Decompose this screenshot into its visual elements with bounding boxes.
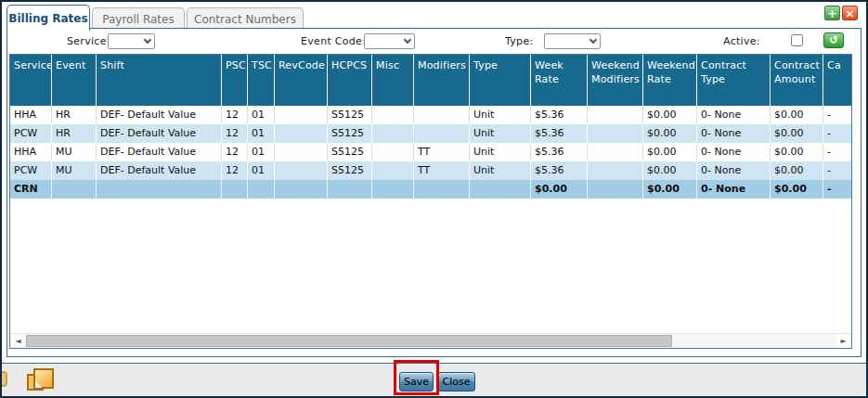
- table-cell: [372, 180, 414, 199]
- column-header: Type: [470, 55, 531, 106]
- table-cell: [588, 143, 643, 161]
- table-cell: $5.36: [531, 161, 588, 180]
- table-cell: -: [823, 143, 852, 161]
- table-cell: $0.00: [771, 124, 823, 143]
- tab-billing-rates[interactable]: Billing Rates: [6, 5, 90, 31]
- table-cell: S5125: [328, 124, 372, 143]
- table-cell: -: [823, 180, 852, 199]
- table-cell: Unit: [470, 124, 531, 143]
- chevron-down-icon: [404, 36, 411, 44]
- horizontal-scrollbar[interactable]: ◄ ►: [10, 333, 851, 348]
- close-icon: ×: [845, 6, 855, 20]
- tab-label: Contract Numbers: [194, 13, 296, 26]
- scrollbar-thumb[interactable]: [26, 335, 672, 347]
- save-button[interactable]: Save: [399, 372, 434, 392]
- scroll-left-arrow-icon[interactable]: ◄: [11, 334, 25, 348]
- table-cell: HR: [52, 124, 97, 143]
- chevron-down-icon: [144, 36, 151, 44]
- table-cell: [588, 161, 643, 180]
- table-cell: HHA: [10, 106, 52, 124]
- refresh-icon: ↺: [829, 33, 838, 46]
- grid-body: HHAHRDEF- Default Value1201S5125Unit$5.3…: [10, 106, 851, 199]
- close-button[interactable]: Close: [437, 372, 475, 392]
- table-row[interactable]: HHAMUDEF- Default Value1201S5125TTUnit$5…: [10, 143, 852, 161]
- table-cell: 01: [248, 161, 275, 180]
- billing-rates-window: Billing Rates Payroll Rates Contract Num…: [0, 0, 868, 398]
- table-cell: $0.00: [771, 143, 823, 161]
- refresh-button[interactable]: ↺: [823, 32, 844, 48]
- table-cell: $5.36: [531, 124, 588, 143]
- table-cell: $5.36: [531, 106, 588, 124]
- table-cell: [275, 143, 328, 161]
- table-cell: DEF- Default Value: [97, 106, 222, 124]
- table-cell: $0.00: [643, 180, 697, 199]
- table-cell: $0.00: [771, 161, 823, 180]
- table-cell: MU: [52, 143, 97, 161]
- table-cell: $0.00: [531, 180, 588, 199]
- table-cell: $0.00: [643, 124, 697, 143]
- table-row[interactable]: CRN$0.00$0.000- None$0.00-: [10, 180, 852, 199]
- table-cell: [328, 180, 372, 199]
- table-cell: 0- None: [697, 161, 771, 180]
- table-cell: HR: [52, 106, 97, 124]
- table-cell: [222, 180, 248, 199]
- table-cell: 01: [248, 143, 275, 161]
- column-header: RevCode: [275, 55, 328, 106]
- column-header: Shift: [97, 55, 222, 106]
- table-cell: DEF- Default Value: [97, 161, 222, 180]
- tab-label: Payroll Rates: [102, 13, 174, 26]
- table-row[interactable]: HHAHRDEF- Default Value1201S5125Unit$5.3…: [10, 106, 852, 124]
- table-cell: [97, 180, 222, 199]
- table-cell: MU: [52, 161, 97, 180]
- table-cell: [52, 180, 97, 199]
- table-cell: 12: [222, 143, 248, 161]
- table-row[interactable]: PCWMUDEF- Default Value1201S5125TTUnit$5…: [10, 161, 852, 180]
- table-cell: [275, 106, 328, 124]
- table-row[interactable]: PCWHRDEF- Default Value1201S5125Unit$5.3…: [10, 124, 852, 143]
- column-header: PSC: [222, 55, 248, 106]
- table-cell: $0.00: [643, 161, 697, 180]
- table-cell: [588, 124, 643, 143]
- column-header: Service: [10, 55, 52, 106]
- table-cell: HHA: [10, 143, 52, 161]
- table-cell: $5.36: [531, 143, 588, 161]
- type-dropdown[interactable]: [544, 33, 601, 49]
- table-cell: Unit: [470, 106, 531, 124]
- add-button[interactable]: +: [824, 6, 840, 20]
- table-cell: 0- None: [697, 124, 771, 143]
- table-cell: 12: [222, 106, 248, 124]
- table-cell: [275, 124, 328, 143]
- table-cell: [248, 180, 275, 199]
- table-cell: [414, 180, 470, 199]
- table-cell: S5125: [328, 143, 372, 161]
- table-cell: PCW: [10, 124, 52, 143]
- active-checkbox[interactable]: [791, 34, 803, 46]
- plus-icon: +: [827, 6, 837, 20]
- scroll-right-arrow-icon[interactable]: ►: [836, 334, 850, 348]
- table-cell: [588, 106, 643, 124]
- column-header: Event: [52, 55, 97, 106]
- column-header: Contract Amount: [771, 55, 823, 106]
- window-close-button[interactable]: ×: [842, 6, 858, 20]
- notes-icon[interactable]: [27, 368, 58, 394]
- table-cell: DEF- Default Value: [97, 124, 222, 143]
- table-cell: $0.00: [643, 143, 697, 161]
- billing-rates-grid: ServiceEventShiftPSCTSCRevCodeHCPCSMiscM…: [9, 54, 852, 349]
- column-header: Contract Type: [697, 55, 771, 106]
- table-cell: [372, 143, 414, 161]
- active-label: Active:: [723, 35, 760, 47]
- billing-rates-panel: Service: Event Code: Type: Active: ↺ Ser…: [6, 28, 862, 357]
- column-header: Modifiers: [414, 55, 470, 106]
- table-cell: 12: [222, 124, 248, 143]
- event-code-dropdown[interactable]: [364, 33, 415, 49]
- column-header: HCPCS: [328, 55, 372, 106]
- column-header: Week Rate: [531, 55, 588, 106]
- grid-header-row: ServiceEventShiftPSCTSCRevCodeHCPCSMiscM…: [10, 55, 852, 106]
- column-header: Weekend Rate: [643, 55, 697, 106]
- table-cell: -: [823, 106, 852, 124]
- table-cell: $0.00: [771, 106, 823, 124]
- table-cell: [470, 180, 531, 199]
- service-dropdown[interactable]: [108, 33, 155, 49]
- table-cell: 12: [222, 161, 248, 180]
- service-label: Service:: [67, 35, 110, 47]
